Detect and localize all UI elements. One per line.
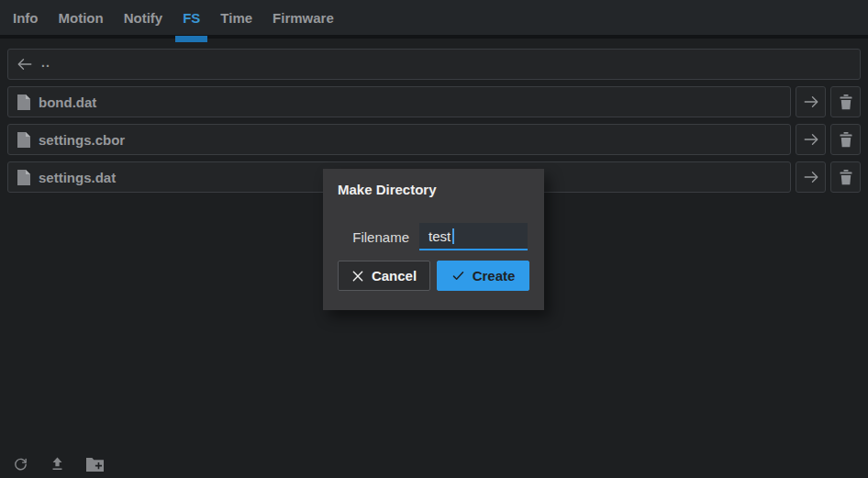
- trash-icon: [839, 132, 853, 148]
- text-caret: [452, 228, 454, 244]
- upload-icon: [50, 456, 65, 472]
- file-name: settings.dat: [39, 170, 116, 185]
- cancel-button-label: Cancel: [372, 268, 417, 283]
- file-icon: [17, 132, 30, 148]
- table-row: settings.cbor: [7, 124, 861, 155]
- delete-file-button[interactable]: [830, 86, 861, 117]
- file-entry[interactable]: settings.cbor: [7, 124, 791, 155]
- arrow-right-icon: [803, 94, 819, 110]
- parent-directory-row: ..: [7, 49, 861, 80]
- parent-directory-button[interactable]: ..: [7, 49, 861, 80]
- create-button[interactable]: Create: [437, 261, 529, 291]
- tab-motion[interactable]: Motion: [51, 0, 111, 37]
- tab-info[interactable]: Info: [6, 0, 46, 37]
- new-folder-icon: [86, 457, 104, 472]
- filename-value: test: [428, 228, 451, 244]
- tab-firmware[interactable]: Firmware: [265, 0, 341, 37]
- file-icon: [17, 170, 30, 185]
- footer-toolbar: [13, 456, 104, 472]
- filename-row: Filename test: [338, 223, 529, 250]
- refresh-button[interactable]: [13, 456, 28, 472]
- trash-icon: [839, 170, 853, 185]
- tab-time[interactable]: Time: [213, 0, 260, 37]
- arrow-right-icon: [803, 169, 819, 185]
- open-file-button[interactable]: [796, 86, 826, 117]
- close-icon: [351, 270, 364, 283]
- delete-file-button[interactable]: [830, 161, 861, 193]
- new-folder-button[interactable]: [86, 457, 104, 472]
- filename-label: Filename: [352, 229, 409, 245]
- refresh-icon: [13, 456, 28, 472]
- filename-input[interactable]: test: [419, 223, 528, 250]
- tab-fs[interactable]: FS: [175, 0, 207, 37]
- dialog-title: Make Directory: [338, 182, 529, 197]
- file-entry[interactable]: bond.dat: [7, 86, 791, 117]
- parent-directory-label: ..: [41, 55, 50, 70]
- cancel-button[interactable]: Cancel: [338, 261, 430, 291]
- tab-notify[interactable]: Notify: [117, 0, 171, 37]
- arrow-right-icon: [803, 131, 819, 148]
- back-arrow-icon: [17, 56, 33, 72]
- table-row: bond.dat: [7, 86, 861, 117]
- upload-button[interactable]: [50, 456, 65, 472]
- delete-file-button[interactable]: [830, 124, 861, 155]
- file-name: settings.cbor: [39, 132, 125, 148]
- file-name: bond.dat: [39, 94, 96, 110]
- trash-icon: [839, 94, 853, 110]
- create-button-label: Create: [473, 268, 516, 283]
- open-file-button[interactable]: [796, 161, 826, 193]
- make-directory-dialog: Make Directory Filename test Cancel Crea…: [323, 169, 544, 310]
- open-file-button[interactable]: [796, 124, 826, 155]
- file-icon: [17, 94, 30, 110]
- dialog-buttons: Cancel Create: [338, 261, 529, 291]
- tab-bar: Info Motion Notify FS Time Firmware: [0, 0, 868, 39]
- check-icon: [451, 269, 465, 283]
